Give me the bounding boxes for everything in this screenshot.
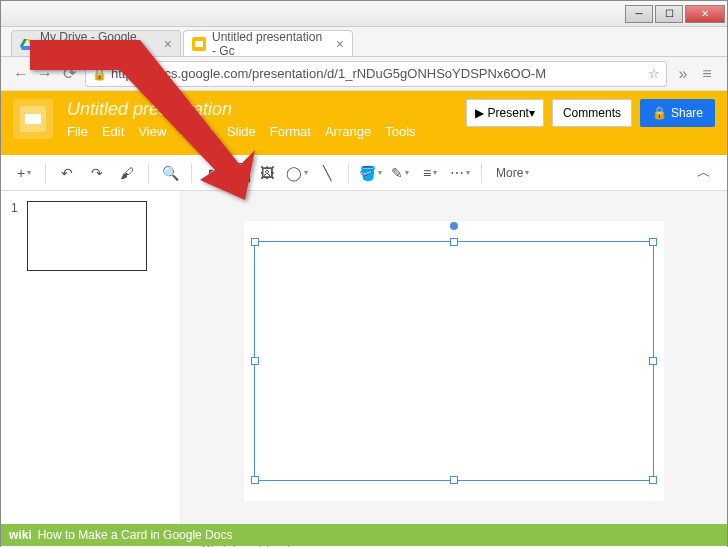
fill-color-button[interactable]: 🪣▾ — [357, 160, 383, 186]
drive-icon — [20, 37, 34, 51]
image-tool[interactable]: 🖼 — [254, 160, 280, 186]
forward-button[interactable]: → — [33, 62, 57, 86]
resize-handle-bm[interactable] — [450, 476, 458, 484]
select-tool[interactable]: ↖ — [200, 160, 226, 186]
menu-file[interactable]: File — [67, 124, 88, 139]
chevron-down-icon: ▾ — [529, 106, 535, 120]
menu-edit[interactable]: Edit — [102, 124, 124, 139]
menu-view[interactable]: View — [138, 124, 166, 139]
app-header: Untitled presentation File Edit View Ins… — [1, 91, 727, 155]
menu-arrange[interactable]: Arrange — [325, 124, 371, 139]
resize-handle-tr[interactable] — [649, 238, 657, 246]
slide-number: 1 — [11, 201, 21, 215]
collapse-toolbar-button[interactable]: ︿ — [691, 160, 717, 186]
tab-close-icon[interactable]: × — [164, 36, 172, 52]
slides-icon — [192, 37, 206, 51]
resize-handle-ml[interactable] — [251, 357, 259, 365]
rotation-handle[interactable] — [450, 222, 458, 230]
textbox-tool[interactable]: T — [230, 163, 250, 183]
workspace: 1 — [1, 191, 727, 531]
slide[interactable] — [244, 221, 664, 501]
selected-textbox[interactable] — [254, 241, 654, 481]
menu-insert[interactable]: Insert — [180, 124, 213, 139]
new-slide-button[interactable]: +▾ — [11, 160, 37, 186]
browser-tab-slides[interactable]: Untitled presentation - Gc × — [183, 30, 353, 56]
browser-tab-drive[interactable]: My Drive - Google Drive × — [11, 30, 181, 56]
reload-button[interactable]: ⟳ — [57, 62, 81, 86]
line-tool[interactable]: ╲ — [314, 160, 340, 186]
redo-button[interactable]: ↷ — [84, 160, 110, 186]
svg-rect-4 — [195, 41, 203, 47]
zoom-button[interactable]: 🔍 — [157, 160, 183, 186]
window-titlebar: ─ ☐ ✕ — [1, 1, 727, 27]
tab-title: My Drive - Google Drive — [40, 30, 156, 58]
svg-marker-2 — [20, 46, 34, 50]
lock-icon: 🔒 — [652, 106, 667, 120]
tab-close-icon[interactable]: × — [336, 36, 344, 52]
browser-tabs: My Drive - Google Drive × Untitled prese… — [1, 27, 727, 57]
address-bar: ← → ⟳ 🔒 https://docs.google.com/presenta… — [1, 57, 727, 91]
border-dash-button[interactable]: ⋯▾ — [447, 160, 473, 186]
menu-button[interactable]: ≡ — [695, 62, 719, 86]
bookmark-star-icon[interactable]: ☆ — [648, 66, 660, 81]
resize-handle-br[interactable] — [649, 476, 657, 484]
menu-slide[interactable]: Slide — [227, 124, 256, 139]
wiki-brand: wiki — [9, 528, 32, 542]
border-weight-button[interactable]: ≡▾ — [417, 160, 443, 186]
menu-bar: File Edit View Insert Slide Format Arran… — [67, 124, 466, 139]
present-button[interactable]: ▶Present ▾ — [466, 99, 544, 127]
header-actions: ▶Present ▾ Comments 🔒Share — [466, 99, 715, 127]
thumbnail-row: 1 — [11, 201, 170, 271]
resize-handle-bl[interactable] — [251, 476, 259, 484]
play-icon: ▶ — [475, 106, 484, 120]
menu-tools[interactable]: Tools — [385, 124, 415, 139]
resize-handle-mr[interactable] — [649, 357, 657, 365]
window-minimize-button[interactable]: ─ — [625, 5, 653, 23]
browser-window: ─ ☐ ✕ My Drive - Google Drive × Untitled… — [0, 0, 728, 547]
share-button[interactable]: 🔒Share — [640, 99, 715, 127]
extensions-button[interactable]: » — [671, 62, 695, 86]
slide-canvas[interactable] — [181, 191, 727, 531]
document-title[interactable]: Untitled presentation — [67, 99, 466, 120]
shape-tool[interactable]: ◯▾ — [284, 160, 310, 186]
header-content: Untitled presentation File Edit View Ins… — [67, 99, 466, 139]
toolbar: +▾ ↶ ↷ 🖌 🔍 ↖ T 🖼 ◯▾ ╲ 🪣▾ ✎▾ ≡▾ ⋯▾ More▾ … — [1, 155, 727, 191]
more-button[interactable]: More▾ — [490, 160, 535, 186]
window-close-button[interactable]: ✕ — [685, 5, 725, 23]
slides-logo-icon[interactable] — [13, 99, 53, 139]
paint-format-button[interactable]: 🖌 — [114, 160, 140, 186]
menu-format[interactable]: Format — [270, 124, 311, 139]
resize-handle-tl[interactable] — [251, 238, 259, 246]
wiki-caption: How to Make a Card in Google Docs — [38, 528, 233, 542]
border-color-button[interactable]: ✎▾ — [387, 160, 413, 186]
slide-thumbnail-panel: 1 — [1, 191, 181, 531]
window-maximize-button[interactable]: ☐ — [655, 5, 683, 23]
back-button[interactable]: ← — [9, 62, 33, 86]
svg-rect-6 — [25, 114, 41, 124]
svg-marker-1 — [20, 39, 27, 46]
slide-thumbnail[interactable] — [27, 201, 147, 271]
lock-icon: 🔒 — [92, 67, 107, 81]
address-field[interactable]: 🔒 https://docs.google.com/presentation/d… — [85, 61, 667, 87]
comments-button[interactable]: Comments — [552, 99, 632, 127]
wikihow-watermark: wiki How to Make a Card in Google Docs — [1, 524, 727, 546]
tab-title: Untitled presentation - Gc — [212, 30, 328, 58]
undo-button[interactable]: ↶ — [54, 160, 80, 186]
url-text: https://docs.google.com/presentation/d/1… — [111, 66, 644, 81]
resize-handle-tm[interactable] — [450, 238, 458, 246]
